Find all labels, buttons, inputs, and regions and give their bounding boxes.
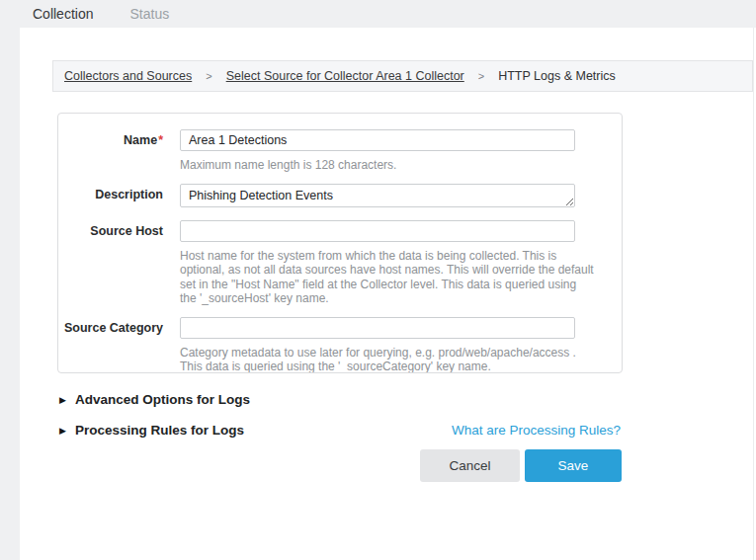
name-row: Name* Maximum name length is 128 charact… <box>58 129 622 172</box>
source-category-input[interactable] <box>180 317 575 339</box>
breadcrumb-select-source[interactable]: Select Source for Collector Area 1 Colle… <box>226 69 464 83</box>
breadcrumb: Collectors and Sources > Select Source f… <box>52 60 753 92</box>
collapsed-triangle-icon: ▶ <box>59 426 66 436</box>
tab-collection[interactable]: Collection <box>33 6 93 22</box>
breadcrumb-current-page: HTTP Logs & Metrics <box>498 69 616 83</box>
source-host-label: Source Host <box>58 220 163 305</box>
advanced-options-label: Advanced Options for Logs <box>75 392 250 407</box>
right-edge-divider <box>753 28 754 560</box>
description-label: Description <box>58 184 163 211</box>
left-gutter <box>0 28 20 560</box>
name-helper-text: Maximum name length is 128 characters. <box>180 158 595 172</box>
breadcrumb-collectors-and-sources[interactable]: Collectors and Sources <box>64 69 192 83</box>
description-textarea[interactable]: Phishing Detection Events <box>180 184 575 207</box>
section-processing-rules[interactable]: ▶ Processing Rules for Logs <box>59 423 244 438</box>
section-advanced-options[interactable]: ▶ Advanced Options for Logs <box>59 392 250 407</box>
breadcrumb-separator: > <box>206 70 211 82</box>
source-host-row: Source Host Host name for the system fro… <box>58 220 622 305</box>
cancel-button[interactable]: Cancel <box>420 449 520 482</box>
save-button[interactable]: Save <box>525 449 622 482</box>
name-input[interactable] <box>180 129 575 151</box>
required-asterisk: * <box>158 133 163 147</box>
name-label: Name* <box>58 129 163 172</box>
form-actions: Cancel Save <box>420 449 622 482</box>
source-category-label: Source Category <box>58 317 163 373</box>
source-host-input[interactable] <box>180 220 575 242</box>
source-config-panel: Name* Maximum name length is 128 charact… <box>57 113 623 373</box>
source-category-row: Source Category Category metadata to use… <box>58 317 622 373</box>
source-category-helper-text: Category metadata to use later for query… <box>180 346 595 373</box>
description-row: Description Phishing Detection Events <box>58 184 622 211</box>
processing-rules-label: Processing Rules for Logs <box>75 423 244 438</box>
tab-bar: Collection Status <box>0 0 756 28</box>
source-host-helper-text: Host name for the system from which the … <box>180 249 595 305</box>
collapsed-triangle-icon: ▶ <box>59 395 66 405</box>
name-label-text: Name <box>124 133 157 147</box>
breadcrumb-separator: > <box>478 70 484 82</box>
processing-rules-help-link[interactable]: What are Processing Rules? <box>452 423 621 438</box>
tab-status[interactable]: Status <box>129 6 169 22</box>
